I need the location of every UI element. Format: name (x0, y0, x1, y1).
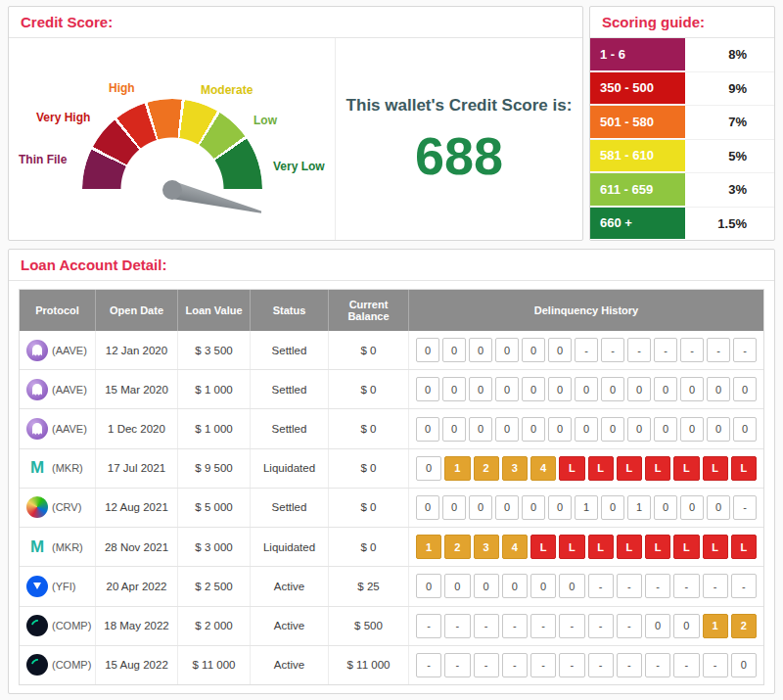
status-cell: Settled (251, 331, 329, 369)
open-date-cell: 1 Dec 2020 (96, 409, 178, 447)
delinquency-history-cell: --------0012 (409, 607, 763, 645)
delinquency-box: 0 (733, 377, 757, 401)
delinquency-box: 2 (444, 535, 470, 559)
delinquency-box: L (617, 456, 642, 481)
delinquency-box: 4 (502, 535, 528, 559)
delinquency-box: 0 (673, 614, 699, 638)
score-range-badge: 350 - 500 (590, 72, 685, 106)
protocol-label: (AAVE) (52, 423, 87, 435)
delinquency-box: - (733, 495, 757, 520)
delinquency-box: 0 (469, 377, 492, 401)
loan-table: ProtocolOpen DateLoan ValueStatusCurrent… (19, 289, 764, 685)
delinquency-box: - (444, 653, 470, 677)
delinquency-box: - (474, 653, 499, 677)
gauge-label-thin-file: Thin File (19, 153, 67, 166)
current-balance-cell: $ 0 (329, 489, 409, 527)
loan-value-cell: $ 1 000 (178, 409, 251, 447)
column-header-current-balance: Current Balance (329, 290, 409, 331)
delinquency-box: 0 (502, 574, 528, 598)
delinquency-box: 3 (474, 535, 499, 559)
delinquency-box: 0 (469, 495, 492, 520)
delinquency-box: 0 (442, 417, 466, 442)
delinquency-box: L (703, 456, 728, 481)
delinquency-box: L (559, 456, 584, 481)
protocol-label: (COMP) (52, 620, 91, 631)
delinquency-box: - (645, 653, 670, 677)
default-rate-value: 8% (685, 38, 774, 71)
score-caption: This wallet's Credit Score is: (346, 96, 573, 116)
current-balance-cell: $ 0 (329, 449, 409, 488)
delinquency-box: 0 (627, 377, 651, 401)
current-balance-cell: $ 500 (329, 607, 409, 645)
delinquency-box: - (530, 653, 556, 677)
scoring-guide-row: 660 +1.5% (590, 208, 774, 241)
protocol-label: (AAVE) (52, 345, 87, 356)
delinquency-box: 0 (548, 377, 572, 401)
loan-row: (YFI)20 Apr 2022$ 2 500Active$ 25000000-… (20, 567, 763, 606)
delinquency-box: - (474, 614, 499, 638)
delinquency-box: 0 (522, 338, 545, 362)
protocol-label: (AAVE) (52, 384, 87, 396)
delinquency-box: 2 (731, 614, 757, 638)
delinquency-box: 0 (495, 417, 519, 442)
delinquency-box: L (645, 535, 670, 559)
delinquency-box: 0 (548, 417, 572, 442)
delinquency-box: L (617, 535, 642, 559)
open-date-cell: 18 May 2022 (96, 607, 178, 645)
loan-account-detail-panel: Loan Account Detail: ProtocolOpen DateLo… (8, 249, 775, 694)
default-rate-value: 7% (685, 106, 774, 139)
status-cell: Settled (251, 370, 329, 408)
delinquency-box: 0 (654, 495, 677, 520)
score-range-badge: 581 - 610 (590, 140, 685, 173)
delinquency-box: L (588, 535, 614, 559)
current-balance-cell: $ 0 (329, 528, 409, 566)
protocol-cell: (CRV) (20, 489, 96, 527)
column-header-status: Status (251, 290, 329, 331)
default-rate-value: 3% (685, 173, 774, 207)
loan-row: (CRV)12 Aug 2021$ 5 000Settled$ 00000001… (20, 489, 763, 528)
open-date-cell: 15 Mar 2020 (96, 370, 178, 408)
delinquency-box: 0 (645, 614, 670, 638)
default-rate-value: 5% (685, 140, 774, 173)
delinquency-box: - (673, 653, 699, 677)
delinquency-box: 0 (416, 338, 439, 362)
delinquency-box: - (588, 653, 614, 677)
delinquency-box: - (731, 574, 757, 598)
delinquency-box: 0 (416, 456, 441, 481)
delinquency-box: - (617, 614, 642, 638)
current-balance-cell: $ 11 000 (329, 646, 409, 684)
open-date-cell: 12 Jan 2020 (96, 331, 178, 369)
delinquency-box: 0 (495, 338, 519, 362)
loan-detail-title: Loan Account Detail: (9, 250, 774, 281)
loan-value-cell: $ 3 000 (178, 528, 251, 566)
status-cell: Active (251, 567, 329, 605)
loan-row: (MKR)17 Jul 2021$ 9 500Liquidated$ 00123… (20, 449, 763, 489)
delinquency-history-cell: 000000------- (409, 331, 763, 369)
delinquency-box: 0 (707, 495, 730, 520)
delinquency-history-cell: 01234LLLLLLL (409, 449, 763, 488)
status-cell: Liquidated (251, 528, 329, 566)
scoring-guide-row: 581 - 6105% (590, 140, 774, 174)
loan-table-header: ProtocolOpen DateLoan ValueStatusCurrent… (20, 290, 763, 331)
current-balance-cell: $ 0 (329, 331, 409, 369)
delinquency-history-cell: 000000------ (409, 567, 763, 605)
delinquency-box: 3 (502, 456, 528, 481)
delinquency-box: L (731, 456, 757, 481)
protocol-label: (MKR) (52, 541, 83, 553)
delinquency-box: 0 (522, 495, 545, 520)
loan-row: (AAVE)12 Jan 2020$ 3 500Settled$ 0000000… (20, 331, 763, 370)
delinquency-box: - (559, 653, 584, 677)
delinquency-box: - (502, 653, 528, 677)
gauge-label-very-high: Very High (36, 111, 90, 124)
current-balance-cell: $ 0 (329, 409, 409, 447)
delinquency-box: L (673, 456, 699, 481)
delinquency-box: 0 (530, 574, 556, 598)
delinquency-box: - (703, 574, 728, 598)
delinquency-box: - (654, 338, 677, 362)
delinquency-box: 0 (559, 574, 584, 598)
maker-icon (26, 537, 48, 558)
delinquency-box: L (673, 535, 699, 559)
delinquency-box: 1 (444, 456, 470, 481)
delinquency-history-cell: -----------0 (409, 646, 763, 684)
delinquency-box: - (588, 574, 614, 598)
